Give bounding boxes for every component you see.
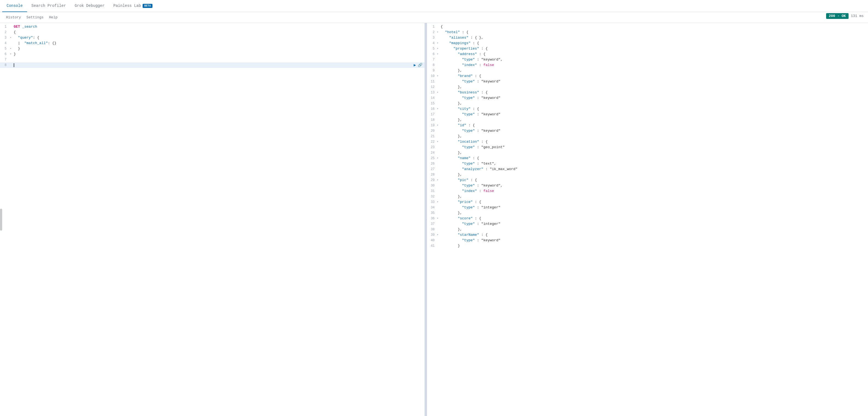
output-line-number-14: 14 — [427, 95, 437, 101]
status-time: 131 ms — [851, 14, 864, 18]
left-scrollbar[interactable] — [0, 209, 2, 231]
output-line-number-34: 34 — [427, 205, 437, 210]
history-button[interactable]: History — [3, 14, 24, 21]
output-fold-33[interactable]: ▾ — [437, 199, 441, 205]
output-line-32: 32 }, — [427, 194, 868, 199]
output-line-number-36: 36 — [427, 216, 437, 221]
output-line-number-31: 31 — [427, 188, 437, 194]
output-fold-19[interactable]: ▾ — [437, 123, 441, 128]
output-line-3: 3 "aliases" : { }, — [427, 35, 868, 40]
output-fold-4[interactable]: ▾ — [437, 40, 441, 46]
output-content-34: "type" : "integer" — [441, 205, 868, 210]
output-line-number-22: 22 — [427, 139, 437, 145]
line-number-2: 2 — [0, 30, 10, 35]
output-content-31: "index" : false — [441, 188, 868, 194]
editor-line-4[interactable]: 4 | "match_all": {} — [0, 40, 425, 46]
output-line-14: 14 "type" : "keyword" — [427, 95, 868, 101]
output-content-16: "city" : { — [441, 106, 868, 112]
output-line-number-37: 37 — [427, 221, 437, 227]
output-fold-10[interactable]: ▾ — [437, 73, 441, 79]
output-content-36: "score" : { — [441, 216, 868, 221]
editor-line-7[interactable]: 7 — [0, 57, 425, 62]
output-fold-29[interactable]: ▾ — [437, 177, 441, 183]
output-line-37: 37 "type" : "integer" — [427, 221, 868, 227]
output-fold-39[interactable]: ▾ — [437, 232, 441, 238]
editor-line-6[interactable]: 6▾} — [0, 52, 425, 57]
output-line-33: 33▾ "price" : { — [427, 199, 868, 205]
output-line-21: 21 }, — [427, 133, 868, 139]
output-line-number-15: 15 — [427, 101, 437, 106]
help-button[interactable]: Help — [46, 14, 60, 21]
output-content-21: }, — [441, 133, 868, 139]
output-line-24: 24 }, — [427, 150, 868, 155]
tab-console[interactable]: Console — [2, 0, 27, 12]
editor-line-8[interactable]: 8 ▶ 🔗 — [0, 62, 425, 68]
output-line-15: 15 }, — [427, 101, 868, 106]
output-fold-22[interactable]: ▾ — [437, 139, 441, 145]
output-content-19: "id" : { — [441, 123, 868, 128]
output-fold-13[interactable]: ▾ — [437, 90, 441, 95]
fold-arrow-3[interactable]: ▾ — [10, 35, 14, 40]
tab-painless-lab[interactable]: Painless Lab BETA — [109, 0, 157, 12]
output-fold-36[interactable]: ▾ — [437, 216, 441, 221]
output-content-40: "type" : "keyword" — [441, 238, 868, 243]
output-line-29: 29▾ "pic" : { — [427, 177, 868, 183]
output-line-number-1: 1 — [427, 24, 437, 30]
output-line-number-19: 19 — [427, 123, 437, 128]
output-content-33: "price" : { — [441, 199, 868, 205]
output-line-11: 11 "type" : "keyword" — [427, 79, 868, 84]
output-line-20: 20 "type" : "keyword" — [427, 128, 868, 133]
output-fold-16[interactable]: ▾ — [437, 106, 441, 112]
output-line-19: 19▾ "id" : { — [427, 123, 868, 128]
output-line-28: 28 }, — [427, 172, 868, 177]
output-line-34: 34 "type" : "integer" — [427, 205, 868, 210]
output-content-25: "name" : { — [441, 155, 868, 161]
editor-line-1[interactable]: 1GET _search — [0, 24, 425, 30]
output-content-4: "mappings" : { — [441, 40, 868, 46]
output-line-number-16: 16 — [427, 106, 437, 112]
output-line-12: 12 }, — [427, 84, 868, 90]
settings-button[interactable]: Settings — [24, 14, 46, 21]
output-line-27: 27 "analyzer" : "ik_max_word" — [427, 167, 868, 172]
output-line-number-17: 17 — [427, 112, 437, 117]
code-content-3: "query": { — [14, 35, 425, 40]
main-area: 1GET _search2{3▾ "query": {4 | "match_al… — [0, 23, 868, 416]
run-icon[interactable]: ▶ — [413, 62, 416, 68]
tab-grok-debugger[interactable]: Grok Debugger — [70, 0, 109, 12]
output-fold-5[interactable]: ▾ — [437, 46, 441, 52]
tab-grok-debugger-label: Grok Debugger — [75, 4, 104, 8]
code-editor[interactable]: 1GET _search2{3▾ "query": {4 | "match_al… — [0, 23, 425, 416]
output-line-number-20: 20 — [427, 128, 437, 133]
fold-arrow-6[interactable]: ▾ — [10, 52, 14, 57]
output-line-9: 9 }, — [427, 68, 868, 73]
output-line-number-41: 41 — [427, 243, 437, 249]
output-line-16: 16▾ "city" : { — [427, 106, 868, 112]
output-content-28: }, — [441, 172, 868, 177]
output-fold-25[interactable]: ▾ — [437, 155, 441, 161]
output-line-number-12: 12 — [427, 84, 437, 90]
line-number-3: 3 — [0, 35, 10, 40]
output-fold-6[interactable]: ▾ — [437, 52, 441, 57]
fold-arrow-5[interactable]: ▾ — [10, 46, 14, 52]
editor-line-2[interactable]: 2{ — [0, 30, 425, 35]
text-cursor — [14, 63, 14, 67]
output-line-number-29: 29 — [427, 177, 437, 183]
output-line-number-28: 28 — [427, 172, 437, 177]
output-line-36: 36▾ "score" : { — [427, 216, 868, 221]
top-nav: Console Search Profiler Grok Debugger Pa… — [0, 0, 868, 12]
output-content-24: }, — [441, 150, 868, 155]
editor-line-3[interactable]: 3▾ "query": { — [0, 35, 425, 40]
code-content-8 — [14, 62, 425, 68]
copy-icon[interactable]: 🔗 — [418, 62, 422, 68]
tab-search-profiler[interactable]: Search Profiler — [27, 0, 70, 12]
output-fold-2[interactable]: ▾ — [437, 30, 441, 35]
editor-line-5[interactable]: 5▾ } — [0, 46, 425, 52]
beta-badge: BETA — [143, 4, 152, 8]
output-content-23: "type" : "geo_point" — [441, 145, 868, 150]
output-line-number-35: 35 — [427, 210, 437, 216]
output-line-number-9: 9 — [427, 68, 437, 73]
output-content-35: }, — [441, 210, 868, 216]
line-number-8: 8 — [0, 62, 10, 68]
line-number-5: 5 — [0, 46, 10, 52]
output-content-20: "type" : "keyword" — [441, 128, 868, 133]
